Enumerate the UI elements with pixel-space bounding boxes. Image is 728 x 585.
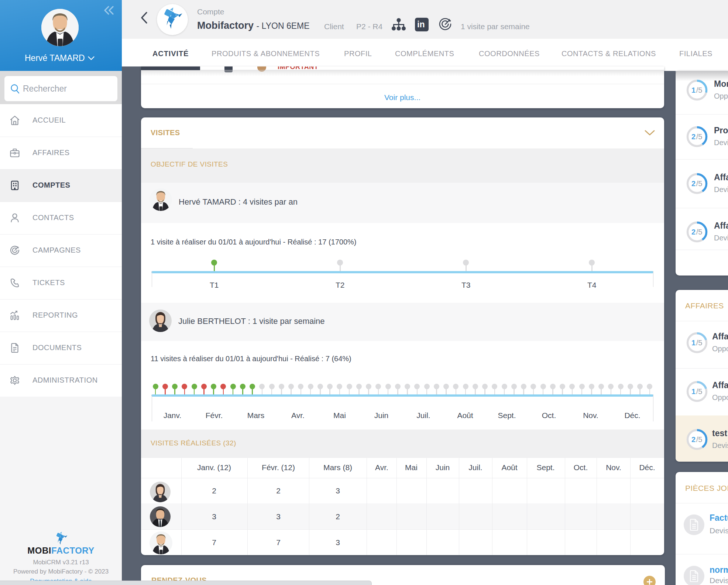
svg-text:2: 2 [691,435,696,444]
svg-text:/5: /5 [696,133,703,141]
svg-text:2: 2 [691,133,696,141]
svg-text:/5: /5 [696,339,703,347]
svg-text:1: 1 [691,86,696,94]
svg-text:/5: /5 [696,228,703,236]
svg-text:/5: /5 [696,86,703,94]
svg-text:1: 1 [691,387,696,396]
svg-text:1: 1 [691,339,696,347]
svg-text:/5: /5 [696,387,703,396]
svg-text:2: 2 [691,228,696,236]
svg-text:/5: /5 [696,179,703,188]
svg-text:/5: /5 [696,435,703,444]
svg-text:2: 2 [691,179,696,188]
